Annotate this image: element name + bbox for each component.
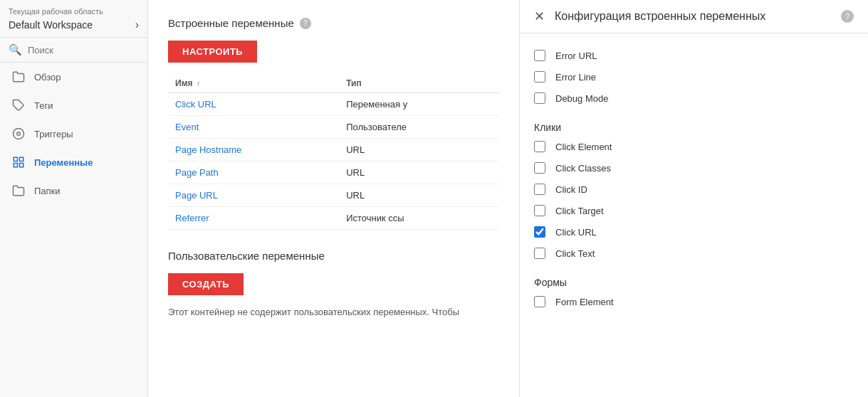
var-name-link[interactable]: Page Hostname xyxy=(175,144,241,155)
triggers-icon xyxy=(11,127,26,141)
checkbox-label-click_text[interactable]: Click Text xyxy=(555,248,595,259)
var-name-link[interactable]: Referrer xyxy=(175,213,209,223)
svg-point-2 xyxy=(17,132,21,136)
checkbox-row-error_url: Error URL xyxy=(534,45,854,66)
right-panel: ✕ Конфигурация встроенных переменных ? E… xyxy=(519,0,868,397)
empty-message: Этот контейнер не содержит пользовательс… xyxy=(168,307,499,317)
checkbox-label-click_target[interactable]: Click Target xyxy=(555,206,604,216)
checkbox-error_url[interactable] xyxy=(534,50,545,61)
configure-button[interactable]: НАСТРОИТЬ xyxy=(168,41,257,63)
checkbox-error_line[interactable] xyxy=(534,71,545,83)
search-icon: 🔍 xyxy=(9,43,22,56)
checkbox-click_id[interactable] xyxy=(534,184,545,195)
checkbox-label-error_url[interactable]: Error URL xyxy=(555,51,597,61)
sidebar-item-label-folders: Папки xyxy=(34,186,61,196)
workspace-label: Текущая рабочая область xyxy=(9,7,139,16)
checkbox-label-click_id[interactable]: Click ID xyxy=(555,184,587,195)
tag-icon xyxy=(11,98,26,112)
svg-point-1 xyxy=(14,129,24,139)
checkbox-label-debug_mode[interactable]: Debug Mode xyxy=(555,93,608,104)
checkbox-row-debug_mode: Debug Mode xyxy=(534,88,854,109)
col-name-header: Имя ↑ xyxy=(168,74,339,93)
svg-rect-5 xyxy=(20,164,23,167)
checkbox-click_text[interactable] xyxy=(534,248,545,259)
clicks-group-label: Клики xyxy=(534,122,854,133)
builtin-section-header: Встроенные переменные ? xyxy=(168,17,499,29)
main-content: Встроенные переменные ? НАСТРОИТЬ Имя ↑ … xyxy=(148,0,519,397)
sort-icon: ↑ xyxy=(197,80,200,88)
checkbox-form_element[interactable] xyxy=(534,296,545,307)
panel-help-icon[interactable]: ? xyxy=(841,10,854,23)
user-section-header: Пользовательские переменные xyxy=(168,250,499,262)
workspace-section: Текущая рабочая область Default Workspac… xyxy=(0,0,147,38)
sidebar-item-folders[interactable]: Папки xyxy=(0,176,147,205)
var-name-cell: Click URL xyxy=(168,93,339,116)
sidebar-item-label-variables: Переменные xyxy=(34,157,93,168)
checkbox-row-click_url: Click URL xyxy=(534,221,854,243)
var-type-cell: URL xyxy=(339,184,499,207)
user-vars-section: Пользовательские переменные СОЗДАТЬ Этот… xyxy=(168,250,499,317)
variables-icon xyxy=(11,155,26,169)
builtin-section-title: Встроенные переменные xyxy=(168,17,294,29)
var-name-link[interactable]: Click URL xyxy=(175,99,216,110)
table-row: Referrer Источник ссы xyxy=(168,207,499,230)
search-input[interactable] xyxy=(28,45,139,55)
table-row: Click URL Переменная у xyxy=(168,93,499,116)
var-name-cell: Page URL xyxy=(168,184,339,207)
workspace-name-text: Default Workspace xyxy=(9,19,93,31)
close-icon[interactable]: ✕ xyxy=(534,10,545,23)
table-row: Event Пользователе xyxy=(168,116,499,139)
checkbox-label-click_element[interactable]: Click Element xyxy=(555,142,612,152)
sidebar-item-label-overview: Обзор xyxy=(34,72,61,83)
checkbox-row-click_classes: Click Classes xyxy=(534,157,854,179)
sidebar-item-tags[interactable]: Теги xyxy=(0,91,147,120)
var-name-cell: Event xyxy=(168,116,339,139)
panel-title: Конфигурация встроенных переменных xyxy=(555,10,831,23)
table-row: Page Hostname URL xyxy=(168,139,499,162)
variables-table: Имя ↑ Тип Click URL Переменная у Event П… xyxy=(168,74,499,230)
sidebar-item-triggers[interactable]: Триггеры xyxy=(0,120,147,148)
checkbox-row-error_line: Error Line xyxy=(534,66,854,88)
folder-icon xyxy=(11,70,26,84)
checkbox-label-form_element[interactable]: Form Element xyxy=(555,297,614,307)
var-type-cell: Переменная у xyxy=(339,93,499,116)
checkbox-row-click_text: Click Text xyxy=(534,243,854,264)
workspace-name-button[interactable]: Default Workspace › xyxy=(9,18,139,31)
var-name-cell: Page Path xyxy=(168,162,339,184)
var-type-cell: Источник ссы xyxy=(339,207,499,230)
search-bar: 🔍 xyxy=(0,38,147,63)
forms-group-label: Формы xyxy=(534,277,854,288)
checkbox-click_element[interactable] xyxy=(534,141,545,152)
folder-open-icon xyxy=(11,184,26,198)
checkbox-click_target[interactable] xyxy=(534,205,545,216)
svg-rect-3 xyxy=(14,157,17,161)
var-name-link[interactable]: Event xyxy=(175,122,199,132)
user-section-title: Пользовательские переменные xyxy=(168,250,325,262)
checkbox-row-click_id: Click ID xyxy=(534,179,854,200)
panel-header: ✕ Конфигурация встроенных переменных ? xyxy=(520,0,868,33)
col-type-header: Тип xyxy=(339,74,499,93)
checkbox-row-click_target: Click Target xyxy=(534,200,854,221)
var-name-cell: Referrer xyxy=(168,207,339,230)
var-name-link[interactable]: Page URL xyxy=(175,190,218,201)
create-button[interactable]: СОЗДАТЬ xyxy=(168,273,244,295)
sidebar-item-label-triggers: Триггеры xyxy=(34,129,73,139)
var-type-cell: URL xyxy=(339,139,499,162)
sidebar-item-variables[interactable]: Переменные xyxy=(0,148,147,176)
checkbox-label-click_classes[interactable]: Click Classes xyxy=(555,163,611,174)
var-name-cell: Page Hostname xyxy=(168,139,339,162)
sidebar-item-label-tags: Теги xyxy=(34,100,53,111)
sidebar-item-overview[interactable]: Обзор xyxy=(0,63,147,91)
table-row: Page URL URL xyxy=(168,184,499,207)
chevron-right-icon: › xyxy=(135,18,139,31)
checkbox-click_url[interactable] xyxy=(534,226,545,238)
checkbox-click_classes[interactable] xyxy=(534,162,545,174)
builtin-help-icon[interactable]: ? xyxy=(300,18,311,29)
checkbox-label-error_line[interactable]: Error Line xyxy=(555,72,596,83)
var-type-cell: URL xyxy=(339,162,499,184)
checkbox-label-click_url[interactable]: Click URL xyxy=(555,227,597,238)
var-name-link[interactable]: Page Path xyxy=(175,167,219,178)
table-row: Page Path URL xyxy=(168,162,499,184)
checkbox-debug_mode[interactable] xyxy=(534,92,545,104)
checkbox-row-form_element: Form Element xyxy=(534,291,854,312)
